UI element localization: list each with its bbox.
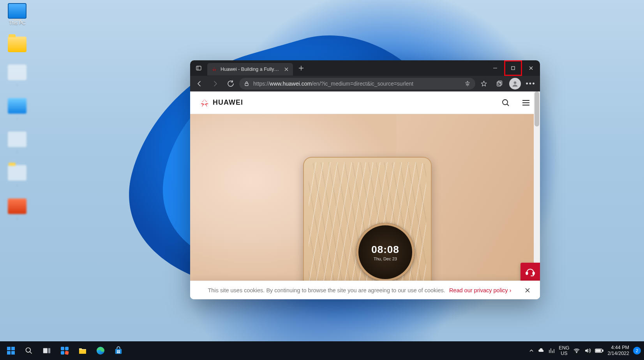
support-chat-button[interactable] (520, 263, 540, 281)
language-indicator[interactable]: ENG US (559, 345, 569, 356)
taskbar: ENG US 4:44 PM 2/14/2022 2 (0, 341, 644, 360)
refresh-button[interactable] (224, 77, 238, 90)
edge-icon (8, 98, 26, 114)
blur-icon (8, 65, 26, 80)
collections-button[interactable] (492, 77, 506, 90)
blur-icon (8, 198, 26, 214)
hero-phone-graphic: 08:08 Thu, Dec 23 (303, 157, 432, 281)
battery-icon[interactable] (595, 348, 603, 353)
forward-button[interactable] (208, 77, 222, 90)
tab-actions-button[interactable] (190, 60, 207, 76)
svg-point-30 (26, 348, 31, 353)
window-maximize-button[interactable] (504, 60, 522, 76)
svg-rect-51 (596, 349, 601, 352)
monitor-icon (8, 3, 26, 19)
file-explorer-button[interactable] (74, 342, 91, 359)
clock[interactable]: 4:44 PM 2/14/2022 (607, 345, 629, 356)
blur-icon (8, 132, 26, 147)
site-menu-button[interactable] (521, 98, 531, 107)
svg-rect-33 (48, 348, 51, 353)
desktop-icon-blur-3[interactable]: · (3, 132, 31, 154)
svg-rect-0 (196, 66, 201, 70)
desktop-icon-blur-2[interactable]: · (3, 98, 31, 121)
svg-rect-35 (65, 347, 69, 350)
svg-rect-26 (7, 347, 11, 350)
huawei-logo-icon (199, 98, 210, 108)
favorites-button[interactable] (477, 77, 491, 90)
svg-rect-32 (43, 348, 48, 353)
tray-onedrive-icon[interactable] (538, 347, 545, 354)
svg-rect-27 (11, 347, 15, 350)
tab-close-button[interactable] (283, 66, 290, 73)
back-button[interactable] (192, 77, 206, 90)
lock-icon (244, 81, 249, 86)
browser-tab[interactable]: Huawei - Building a Fully Connec (207, 63, 293, 76)
svg-rect-40 (117, 350, 118, 351)
svg-rect-50 (603, 350, 603, 351)
store-button[interactable] (110, 342, 127, 359)
desktop-icon-folder[interactable] (3, 37, 31, 54)
site-brand[interactable]: HUAWEI (199, 98, 243, 108)
tray-overflow-button[interactable] (529, 348, 534, 353)
url-text: https://www.huawei.com/en/?ic_medium=dir… (253, 81, 413, 87)
svg-rect-42 (117, 352, 118, 353)
start-button[interactable] (2, 342, 19, 359)
hero-banner[interactable]: 08:08 Thu, Dec 23 (190, 114, 534, 281)
read-aloud-button[interactable] (464, 81, 471, 87)
cookie-banner: This site uses cookies. By continuing to… (190, 281, 540, 299)
cookie-close-button[interactable] (522, 285, 533, 296)
svg-point-48 (576, 352, 577, 353)
edge-button[interactable] (92, 342, 109, 359)
brand-text: HUAWEI (213, 98, 243, 107)
svg-rect-28 (7, 351, 11, 355)
privacy-policy-link[interactable]: Read our privacy policy › (449, 287, 512, 293)
cookie-text: This site uses cookies. By continuing to… (208, 287, 445, 293)
desktop-icon-blur-4[interactable]: · (3, 165, 31, 188)
task-view-button[interactable] (38, 342, 55, 359)
huawei-favicon (211, 66, 217, 72)
tray-app-icon[interactable] (549, 348, 555, 354)
site-search-button[interactable] (501, 98, 510, 107)
notifications-button[interactable]: 2 (633, 347, 641, 355)
svg-rect-22 (526, 272, 528, 275)
browser-window: Huawei - Building a Fully Connec https:/… (190, 60, 540, 299)
svg-rect-29 (11, 351, 15, 355)
svg-rect-39 (115, 349, 122, 354)
window-minimize-button[interactable] (486, 60, 504, 76)
svg-rect-36 (61, 351, 64, 355)
phone-clock-display: 08:08 Thu, Dec 23 (356, 223, 415, 281)
svg-rect-12 (497, 82, 501, 86)
svg-rect-34 (61, 347, 64, 350)
svg-line-31 (30, 352, 32, 354)
svg-rect-43 (118, 352, 120, 353)
desktop-icon-label: This PC (9, 20, 26, 26)
folder-icon (8, 165, 26, 181)
desktop-icon-this-pc[interactable]: This PC (3, 3, 31, 26)
settings-menu-button[interactable]: ••• (524, 77, 538, 90)
window-close-button[interactable] (522, 60, 540, 76)
svg-line-18 (507, 104, 509, 106)
desktop-icon-blur-5[interactable]: · (3, 198, 31, 221)
svg-point-16 (514, 81, 517, 84)
desktop-icon-blur-1[interactable]: · (3, 65, 31, 87)
webpage-viewport: HUAWEI 08:08 Thu, Dec 23 (190, 91, 540, 299)
browser-titlebar: Huawei - Building a Fully Connec (190, 60, 540, 76)
svg-rect-10 (245, 83, 248, 86)
address-bar[interactable]: https://www.huawei.com/en/?ic_medium=dir… (239, 78, 475, 90)
svg-rect-41 (118, 350, 120, 351)
widgets-button[interactable] (56, 342, 73, 359)
svg-rect-37 (65, 351, 69, 355)
profile-button[interactable] (508, 77, 522, 90)
folder-icon (8, 37, 26, 52)
volume-icon[interactable] (584, 347, 591, 354)
wifi-icon[interactable] (573, 347, 580, 354)
tab-title: Huawei - Building a Fully Connec (221, 67, 280, 72)
site-header: HUAWEI (190, 91, 540, 114)
browser-toolbar: https://www.huawei.com/en/?ic_medium=dir… (190, 76, 540, 91)
svg-rect-7 (512, 67, 515, 70)
new-tab-button[interactable] (295, 61, 308, 75)
search-button[interactable] (20, 342, 37, 359)
